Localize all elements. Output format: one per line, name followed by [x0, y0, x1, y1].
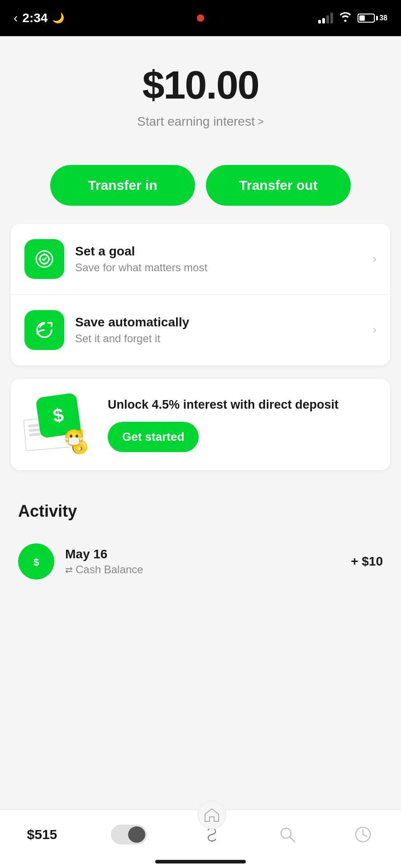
dynamic-island	[146, 7, 255, 29]
svg-line-8	[363, 835, 367, 836]
promo-section: $ 🔑 😷 Unlock 4.5% interest with direct d…	[11, 379, 390, 470]
promo-title: Unlock 4.5% interest with direct deposit	[108, 397, 377, 413]
nav-toggle-item[interactable]	[102, 820, 156, 849]
svg-line-5	[290, 837, 295, 842]
save-auto-card-text: Save automatically Set it and forget it	[75, 315, 362, 345]
cards-section: Set a goal Save for what matters most › …	[11, 224, 390, 365]
battery-percent: 38	[379, 14, 387, 22]
get-started-button[interactable]: Get started	[108, 422, 199, 452]
goal-card-chevron: ›	[372, 252, 377, 266]
main-content: $10.00 Start earning interest > Transfer…	[0, 36, 401, 598]
save-auto-icon	[24, 310, 64, 350]
back-arrow-icon[interactable]: ‹	[14, 11, 18, 25]
activity-cash-icon: $	[18, 543, 54, 580]
save-auto-card[interactable]: Save automatically Set it and forget it …	[11, 295, 390, 365]
activity-item-text: May 16 ⇄ Cash Balance	[65, 547, 340, 576]
activity-source: ⇄ Cash Balance	[65, 563, 340, 576]
moon-icon: 🌙	[52, 12, 64, 24]
interest-link[interactable]: Start earning interest >	[137, 114, 264, 129]
action-buttons: Transfer in Transfer out	[0, 147, 401, 224]
status-right: 38	[318, 12, 387, 24]
nav-toggle[interactable]	[111, 825, 147, 844]
save-auto-card-chevron: ›	[372, 323, 377, 337]
goal-card-text: Set a goal Save for what matters most	[75, 244, 362, 274]
nav-cash-item[interactable]	[192, 819, 232, 850]
activity-item[interactable]: $ May 16 ⇄ Cash Balance + $10	[18, 534, 383, 589]
svg-text:$: $	[33, 556, 39, 568]
nav-balance-amount: $515	[27, 827, 57, 842]
transfer-in-button[interactable]: Transfer in	[50, 165, 195, 206]
nav-history-item[interactable]	[343, 819, 383, 850]
wifi-icon	[339, 12, 352, 24]
home-cash-icon	[204, 807, 220, 822]
save-auto-card-subtitle: Set it and forget it	[75, 332, 362, 345]
balance-section: $10.00 Start earning interest >	[0, 36, 401, 147]
clock-nav-icon	[352, 824, 374, 845]
goal-card-title: Set a goal	[75, 244, 362, 259]
activity-title: Activity	[18, 502, 383, 521]
status-left: ‹ 2:34 🌙	[14, 11, 64, 25]
promo-content: Unlock 4.5% interest with direct deposit…	[108, 397, 377, 452]
goal-card-subtitle: Save for what matters most	[75, 261, 362, 274]
activity-amount: + $10	[351, 554, 383, 569]
goal-icon	[24, 239, 64, 279]
transfer-out-button[interactable]: Transfer out	[206, 165, 351, 206]
camera-dot	[197, 14, 204, 22]
home-indicator	[155, 860, 246, 863]
nav-items: $515	[0, 819, 401, 850]
status-time: 2:34	[22, 11, 48, 25]
battery-icon: 38	[358, 14, 387, 23]
toggle-knob	[128, 826, 145, 843]
nav-balance: $515	[18, 822, 67, 847]
bottom-nav: $515	[0, 810, 401, 868]
activity-date: May 16	[65, 547, 340, 561]
status-bar: ‹ 2:34 🌙 38	[0, 0, 401, 36]
signal-bars-icon	[318, 13, 333, 24]
nav-search-item[interactable]	[267, 819, 307, 850]
activity-section: Activity $ May 16 ⇄ Cash Balance + $10	[0, 484, 401, 598]
search-nav-icon	[277, 824, 298, 845]
balance-amount: $10.00	[18, 63, 383, 107]
chevron-right-icon: >	[258, 115, 264, 128]
save-auto-card-title: Save automatically	[75, 315, 362, 330]
set-goal-card[interactable]: Set a goal Save for what matters most ›	[11, 224, 390, 295]
promo-image: $ 🔑 😷	[24, 395, 97, 454]
transfer-arrows-icon: ⇄	[65, 564, 73, 575]
